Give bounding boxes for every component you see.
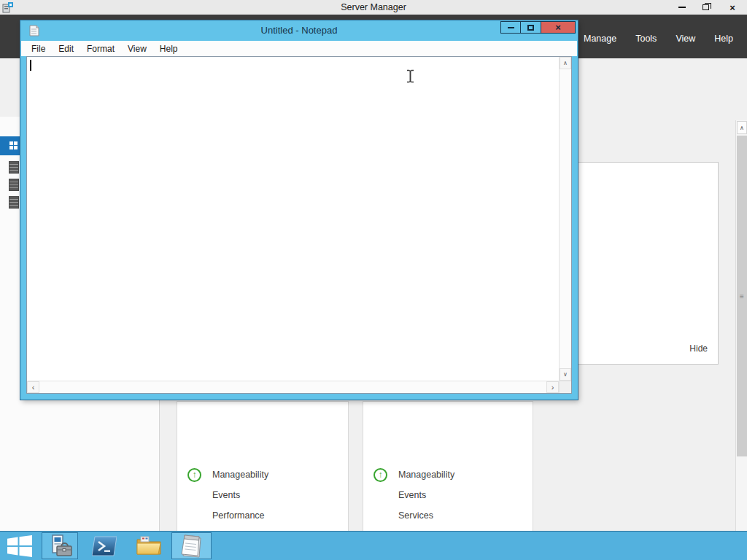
- notepad-vertical-scrollbar[interactable]: ∧ ∨: [559, 57, 571, 381]
- notepad-menu-help[interactable]: Help: [153, 44, 185, 54]
- tile-link-label: Manageability: [398, 470, 454, 480]
- taskbar-notepad-button[interactable]: [171, 532, 212, 559]
- dashboard-icon: [9, 141, 18, 150]
- tile-link-label: Events: [212, 490, 240, 500]
- tile2-link-services[interactable]: Services: [363, 505, 533, 526]
- mouse-cursor-ibeam: [406, 69, 415, 83]
- scroll-up-button[interactable]: ∧: [737, 121, 747, 134]
- sidebar-item-all-servers[interactable]: [9, 179, 19, 191]
- text-caret: [30, 60, 31, 71]
- notepad-client-area: ∧ ∨ ‹ ›: [26, 56, 572, 394]
- appbar-menu-help[interactable]: Help: [705, 32, 743, 45]
- tile-link-label: Performance: [212, 510, 265, 521]
- taskbar-powershell-button[interactable]: [86, 532, 123, 559]
- window-title: Server Manager: [0, 0, 747, 15]
- server-manager-titlebar: Server Manager ×: [0, 0, 747, 15]
- sm-restore-button[interactable]: [694, 0, 718, 15]
- notepad-text-area[interactable]: [27, 57, 559, 381]
- status-up-arrow-icon: ↑: [187, 468, 201, 482]
- notepad-window: Untitled - Notepad × File Edit Format Vi…: [20, 20, 578, 400]
- folder-icon: [136, 535, 162, 557]
- notepad-menu-edit[interactable]: Edit: [52, 44, 80, 54]
- appbar-menu: Manage Tools View Help: [574, 32, 743, 45]
- powershell-icon: [92, 536, 117, 556]
- tile1-link-manageability[interactable]: ↑ Manageability: [177, 464, 348, 485]
- restore-icon: [703, 4, 709, 10]
- tile-link-label: Services: [398, 510, 433, 521]
- appbar-menu-tools[interactable]: Tools: [626, 32, 666, 45]
- appbar-menu-view[interactable]: View: [666, 32, 705, 45]
- sidebar-item-file-storage[interactable]: [9, 196, 19, 209]
- tile1-link-events[interactable]: Events: [177, 485, 348, 505]
- tile-link-label: Events: [398, 490, 426, 500]
- tile1-link-performance[interactable]: Performance: [177, 505, 348, 526]
- maximize-icon: [527, 25, 534, 31]
- scroll-right-button[interactable]: ›: [546, 381, 559, 393]
- scroll-left-button[interactable]: ‹: [27, 381, 39, 393]
- tile2-link-manageability[interactable]: ↑ Manageability: [363, 464, 533, 485]
- sm-vertical-scrollbar[interactable]: ∧ ≡ ∨: [735, 120, 747, 560]
- notepad-menu-file[interactable]: File: [25, 44, 52, 54]
- notepad-titlebar[interactable]: Untitled - Notepad ×: [20, 20, 578, 41]
- taskbar: × × 4:58 AM 12/4/2025: [0, 531, 747, 560]
- tile-link-label: Manageability: [212, 470, 268, 480]
- minimize-icon: [678, 7, 686, 8]
- sm-close-button[interactable]: ×: [718, 0, 747, 15]
- scrollbar-thumb[interactable]: ≡: [737, 136, 747, 456]
- tile2-link-events[interactable]: Events: [363, 485, 533, 505]
- status-up-arrow-icon: ↑: [374, 468, 387, 482]
- desktop: Server Manager × Manage Tools View Help …: [0, 0, 747, 560]
- taskbar-explorer-button[interactable]: [131, 532, 167, 559]
- server-manager-icon: [47, 534, 72, 559]
- minimize-icon: [508, 27, 514, 28]
- notepad-close-button[interactable]: ×: [541, 21, 576, 34]
- resize-grip[interactable]: [559, 381, 571, 393]
- notepad-menu-view[interactable]: View: [121, 44, 153, 54]
- notepad-horizontal-scrollbar[interactable]: ‹ ›: [27, 381, 559, 393]
- windows-logo-icon: [7, 535, 32, 557]
- notepad-minimize-button[interactable]: [500, 21, 521, 34]
- start-button[interactable]: [0, 532, 39, 559]
- notepad-icon: [181, 534, 203, 558]
- taskbar-server-manager-button[interactable]: [42, 532, 78, 559]
- scroll-up-button[interactable]: ∧: [560, 57, 571, 69]
- scroll-down-button[interactable]: ∨: [560, 368, 571, 381]
- sm-minimize-button[interactable]: [670, 0, 694, 15]
- window-title: Untitled - Notepad: [20, 20, 578, 41]
- notepad-menubar: File Edit Format View Help: [21, 41, 577, 56]
- notepad-maximize-button[interactable]: [521, 21, 541, 34]
- hide-link[interactable]: Hide: [689, 343, 708, 354]
- notepad-menu-format[interactable]: Format: [80, 44, 121, 54]
- sidebar-item-local-server[interactable]: [9, 161, 19, 174]
- appbar-menu-manage[interactable]: Manage: [574, 32, 626, 45]
